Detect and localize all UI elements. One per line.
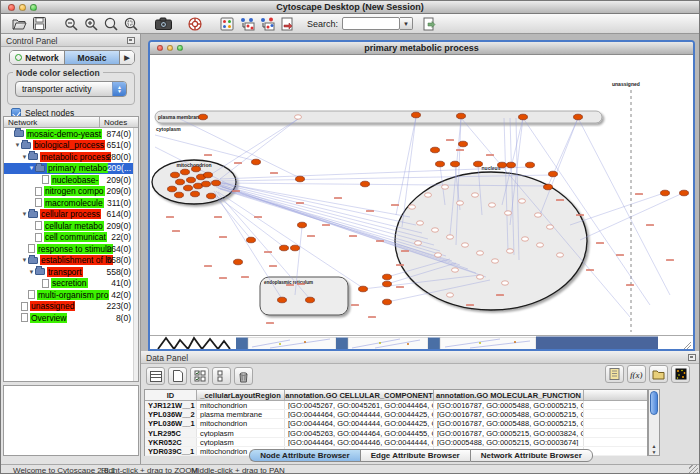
graph-node[interactable]: [547, 225, 554, 229]
graph-node[interactable]: [522, 237, 529, 241]
graph-node-orange[interactable]: [207, 193, 216, 199]
layout-icon-1[interactable]: [237, 15, 257, 32]
graph-node-orange[interactable]: [574, 114, 583, 120]
graph-node[interactable]: [507, 249, 514, 253]
graph-node-orange[interactable]: [298, 222, 307, 228]
graph-node-orange[interactable]: [181, 169, 190, 175]
graph-node-orange[interactable]: [168, 186, 177, 192]
layout-icon-2[interactable]: [257, 15, 277, 32]
table-column-header[interactable]: _cellularLayoutRegion: [197, 390, 285, 401]
graph-node-orange[interactable]: [175, 192, 184, 198]
table-row[interactable]: YJR121W__1mitochondrion[GO:0045267, GO:0…: [145, 401, 647, 410]
graph-node[interactable]: [489, 203, 496, 207]
expand-arrow-icon[interactable]: ▼: [21, 257, 28, 263]
tree-scrollbar[interactable]: [133, 128, 138, 381]
tree-row[interactable]: ▼cellular process614(0): [4, 209, 138, 221]
graph-node-orange[interactable]: [451, 161, 460, 167]
graph-node-orange[interactable]: [187, 177, 196, 183]
open-file-icon[interactable]: [9, 15, 29, 32]
graph-node-orange[interactable]: [383, 299, 392, 305]
tree-row[interactable]: secretion41(0): [4, 278, 138, 290]
graph-node[interactable]: [432, 228, 439, 232]
notes-icon[interactable]: [605, 365, 624, 383]
new-attribute-icon[interactable]: [168, 367, 187, 385]
import-icon[interactable]: [419, 15, 439, 32]
graph-node-orange[interactable]: [507, 162, 516, 168]
graph-node[interactable]: [472, 193, 479, 197]
attribute-browser-icon[interactable]: [217, 15, 237, 32]
tree-row[interactable]: mosaic-demo-yeast874(0): [4, 128, 138, 140]
graph-node-orange[interactable]: [361, 181, 370, 187]
graph-node-orange[interactable]: [184, 185, 193, 191]
tree-row[interactable]: ▼biological_process651(0): [4, 140, 138, 152]
heatmap-icon[interactable]: [671, 365, 690, 383]
graph-node[interactable]: [415, 241, 422, 245]
zoom-out-icon[interactable]: [61, 15, 81, 32]
tab-network[interactable]: Network: [10, 51, 65, 64]
tree-row[interactable]: unassigned223(0): [4, 301, 138, 313]
table-row[interactable]: YPL036W__1mitochondrion[GO:0044464, GO:0…: [145, 419, 647, 428]
graph-node[interactable]: [477, 275, 484, 279]
table-column-header[interactable]: annotation.GO MOLECULAR_FUNCTION: [434, 390, 584, 401]
graph-node[interactable]: [447, 293, 454, 297]
graph-node-orange[interactable]: [191, 191, 200, 197]
graph-node-orange[interactable]: [526, 162, 535, 168]
table-scrollbar[interactable]: ▲▼: [648, 389, 660, 456]
tree-row[interactable]: ▼establishment of lo558(0): [4, 255, 138, 267]
delete-attribute-icon[interactable]: [234, 367, 253, 385]
graph-node[interactable]: [452, 268, 459, 272]
table-row[interactable]: YPL036W__2plasma membrane[GO:0044464, GO…: [145, 410, 647, 419]
graph-node-orange[interactable]: [431, 147, 440, 153]
zoom-in-icon[interactable]: [81, 15, 101, 32]
tree-row[interactable]: ▼transport558(0): [4, 266, 138, 278]
graph-node-orange[interactable]: [498, 162, 507, 168]
graph-node[interactable]: [502, 281, 509, 285]
graph-node-orange[interactable]: [247, 237, 256, 243]
snapshot-icon[interactable]: [153, 15, 173, 32]
open-formula-icon[interactable]: [649, 365, 668, 383]
table-row[interactable]: YLR295Ccytoplasm[GO:0045263, GO:0044464,…: [145, 429, 647, 438]
graph-node-orange[interactable]: [436, 161, 445, 167]
graph-node-orange[interactable]: [412, 112, 421, 118]
save-icon[interactable]: [29, 15, 49, 32]
tree-row[interactable]: ▼metabolic process280(0): [4, 151, 138, 163]
node-color-combobox[interactable]: transporter activity ▲▼: [15, 81, 127, 97]
attribute-table-icon[interactable]: [146, 367, 165, 385]
graph-node-orange[interactable]: [192, 166, 201, 172]
tab-overflow-arrow[interactable]: ▶: [120, 51, 134, 64]
resize-grip[interactable]: [689, 465, 698, 474]
table-column-header[interactable]: annotation.GO CELLULAR_COMPONENT: [285, 390, 434, 401]
graph-node-orange[interactable]: [383, 274, 392, 280]
graph-node-orange[interactable]: [234, 259, 243, 265]
zoom-fit-icon[interactable]: [101, 15, 121, 32]
table-row[interactable]: YKR052Ccytoplasm[GO:0044464, GO:0044446,…: [145, 438, 647, 447]
zoom-selected-icon[interactable]: [121, 15, 141, 32]
tree-row[interactable]: response to stimulu264(0): [4, 243, 138, 255]
expand-arrow-icon[interactable]: ▼: [21, 154, 28, 160]
graph-node[interactable]: [492, 259, 499, 263]
vizmapper-icon[interactable]: [277, 15, 297, 32]
unselect-attributes-icon[interactable]: [212, 367, 231, 385]
expand-arrow-icon[interactable]: ▼: [28, 269, 35, 275]
graph-node[interactable]: [537, 243, 544, 247]
tab-node-attribute-browser[interactable]: Node Attribute Browser: [249, 449, 360, 462]
tree-row[interactable]: cell communicat22(0): [4, 232, 138, 244]
graph-node-orange[interactable]: [252, 159, 261, 165]
graph-node-orange[interactable]: [661, 190, 670, 196]
graph-node-orange[interactable]: [204, 172, 213, 178]
graph-node-orange[interactable]: [544, 184, 553, 190]
graph-node-orange[interactable]: [383, 281, 392, 287]
float-panel-icon[interactable]: [127, 37, 135, 44]
data-panel-float-icon[interactable]: [688, 354, 696, 361]
table-column-header[interactable]: ID: [145, 390, 197, 401]
graph-node[interactable]: [519, 199, 526, 203]
tree-row[interactable]: multi-organism pro42(0): [4, 289, 138, 301]
graph-node[interactable]: [435, 253, 442, 257]
graph-node[interactable]: [535, 213, 542, 217]
graph-node[interactable]: [557, 253, 564, 257]
graph-node[interactable]: [425, 193, 432, 197]
graph-node-orange[interactable]: [359, 286, 368, 292]
graph-node-orange[interactable]: [280, 245, 289, 251]
graph-node-orange[interactable]: [474, 161, 483, 167]
tree-column-nodes[interactable]: Nodes: [100, 117, 138, 128]
